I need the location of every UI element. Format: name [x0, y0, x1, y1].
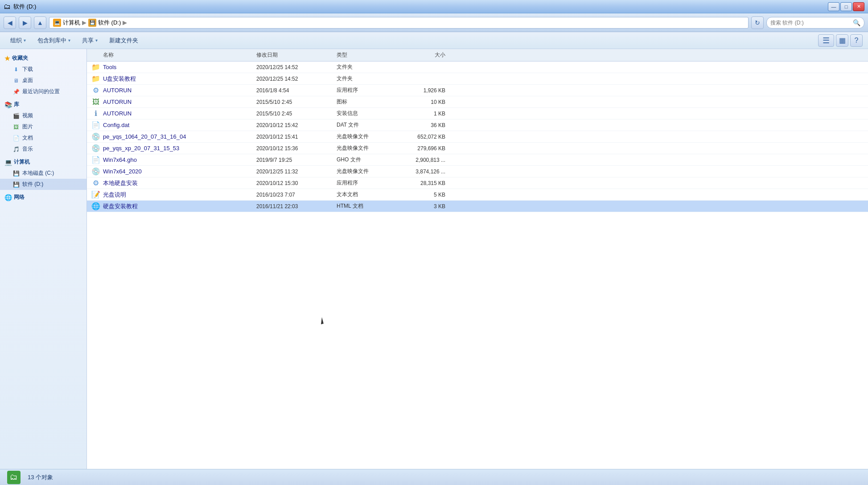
refresh-button[interactable]: ↻: [751, 16, 764, 29]
image-icon: 🖼: [12, 123, 20, 131]
file-name-text: Tools: [103, 64, 116, 70]
search-box[interactable]: 🔍: [766, 17, 864, 29]
file-type-cell: 应用程序: [337, 86, 395, 94]
share-button[interactable]: 共享 ▾: [77, 34, 103, 47]
title-bar-buttons: — □ ✕: [828, 2, 864, 11]
title-bar: 🗂 软件 (D:) — □ ✕: [0, 0, 868, 13]
file-name-text: 硬盘安装教程: [103, 202, 138, 210]
address-path[interactable]: 💻 计算机 ▶ 💾 软件 (D:) ▶: [49, 17, 749, 29]
favorites-star-icon: ★: [4, 55, 10, 62]
file-type-icon: 💿: [91, 132, 100, 141]
file-date-cell: 2016/11/21 22:03: [256, 203, 337, 210]
table-row[interactable]: ℹ AUTORUN 2015/5/10 2:45 安装信息 1 KB: [87, 108, 868, 119]
file-name-text: 光盘说明: [103, 191, 126, 199]
search-icon[interactable]: 🔍: [853, 19, 860, 26]
minimize-button[interactable]: —: [828, 2, 839, 11]
file-type-cell: DAT 文件: [337, 121, 395, 129]
path-drive: 软件 (D:): [98, 19, 121, 27]
sidebar-header-network[interactable]: 🌐 网络: [0, 192, 86, 203]
header-date[interactable]: 修改日期: [256, 51, 337, 59]
file-date-cell: 2020/12/25 14:52: [256, 76, 337, 82]
file-name-cell: 📁 U盘安装教程: [87, 74, 256, 83]
file-name-cell: 🖼 AUTORUN: [87, 98, 256, 107]
sidebar: ★ 收藏夹 ⬇ 下载 🖥 桌面 📌 最近访问的位置 📚 库 �: [0, 49, 87, 469]
table-row[interactable]: 📝 光盘说明 2016/10/23 7:07 文本文档 5 KB: [87, 189, 868, 201]
hdd-d-icon: 💾: [12, 181, 20, 188]
hdd-c-icon: 💾: [12, 170, 20, 177]
table-row[interactable]: 📄 Win7x64.gho 2019/9/7 19:25 GHO 文件 2,90…: [87, 154, 868, 166]
file-list-header: 名称 修改日期 类型 大小: [87, 49, 868, 62]
sidebar-item-local-d[interactable]: 💾 软件 (D:): [0, 179, 86, 190]
sidebar-item-local-c[interactable]: 💾 本地磁盘 (C:): [0, 168, 86, 179]
back-button[interactable]: ◀: [4, 16, 16, 29]
file-date-cell: 2015/5/10 2:45: [256, 111, 337, 117]
view-options-button[interactable]: ☰: [818, 34, 834, 47]
sidebar-item-music[interactable]: 🎵 音乐: [0, 144, 86, 155]
header-name[interactable]: 名称: [87, 51, 256, 59]
file-type-icon: 📄: [91, 156, 100, 164]
file-name-text: pe_yqs_xp_20_07_31_15_53: [103, 145, 179, 152]
video-icon: 🎬: [12, 112, 20, 119]
sidebar-section-library: 📚 库 🎬 视频 🖼 图片 📄 文档 🎵 音乐: [0, 99, 86, 155]
file-size-cell: 279,696 KB: [395, 145, 453, 152]
file-type-cell: GHO 文件: [337, 156, 395, 164]
sidebar-item-video[interactable]: 🎬 视频: [0, 110, 86, 121]
sidebar-item-doc[interactable]: 📄 文档: [0, 132, 86, 144]
sidebar-header-library[interactable]: 📚 库: [0, 99, 86, 110]
sidebar-item-image[interactable]: 🖼 图片: [0, 121, 86, 132]
file-name-text: AUTORUN: [103, 87, 132, 94]
file-name-cell: 💿 pe_yqs_xp_20_07_31_15_53: [87, 144, 256, 153]
sidebar-item-local-d-label: 软件 (D:): [22, 181, 43, 188]
maximize-button[interactable]: □: [840, 2, 852, 11]
table-row[interactable]: 📁 U盘安装教程 2020/12/25 14:52 文件夹: [87, 73, 868, 85]
table-row[interactable]: 💿 pe_yqs_1064_20_07_31_16_04 2020/10/12 …: [87, 131, 868, 143]
sidebar-header-computer[interactable]: 💻 计算机: [0, 156, 86, 168]
new-folder-button[interactable]: 新建文件夹: [104, 34, 143, 47]
sidebar-item-download[interactable]: ⬇ 下载: [0, 64, 86, 75]
organize-button[interactable]: 组织 ▾: [5, 34, 31, 47]
table-row[interactable]: ⚙ AUTORUN 2016/1/8 4:54 应用程序 1,926 KB: [87, 85, 868, 96]
include-chevron: ▾: [68, 38, 70, 43]
file-size-cell: 1 KB: [395, 111, 453, 117]
table-row[interactable]: ⚙ 本地硬盘安装 2020/10/12 15:30 应用程序 28,315 KB: [87, 177, 868, 189]
table-row[interactable]: 🖼 AUTORUN 2015/5/10 2:45 图标 10 KB: [87, 96, 868, 108]
forward-button[interactable]: ▶: [19, 16, 31, 29]
table-row[interactable]: 💿 pe_yqs_xp_20_07_31_15_53 2020/10/12 15…: [87, 143, 868, 154]
header-type[interactable]: 类型: [337, 51, 395, 59]
file-type-icon: ℹ: [91, 109, 100, 118]
up-button[interactable]: ▲: [34, 16, 46, 29]
network-label: 网络: [14, 193, 25, 201]
search-input[interactable]: [770, 20, 850, 26]
table-row[interactable]: 📁 Tools 2020/12/25 14:52 文件夹: [87, 62, 868, 73]
file-date-cell: 2020/10/12 15:41: [256, 134, 337, 140]
file-name-text: U盘安装教程: [103, 75, 136, 83]
toolbar: 组织 ▾ 包含到库中 ▾ 共享 ▾ 新建文件夹 ☰ ▦ ?: [0, 32, 868, 49]
preview-button[interactable]: ▦: [836, 34, 848, 47]
file-name-text: AUTORUN: [103, 99, 132, 105]
sidebar-item-recent[interactable]: 📌 最近访问的位置: [0, 86, 86, 97]
header-size[interactable]: 大小: [395, 51, 453, 59]
share-label: 共享: [82, 37, 94, 45]
sidebar-item-desktop-label: 桌面: [22, 77, 33, 84]
sidebar-item-desktop[interactable]: 🖥 桌面: [0, 75, 86, 86]
table-row[interactable]: 🌐 硬盘安装教程 2016/11/21 22:03 HTML 文档 3 KB: [87, 201, 868, 212]
help-button[interactable]: ?: [850, 34, 863, 47]
table-row[interactable]: 💿 Win7x64_2020 2020/12/25 11:32 光盘映像文件 3…: [87, 166, 868, 177]
sidebar-header-favorites[interactable]: ★ 收藏夹: [0, 53, 86, 64]
file-date-cell: 2020/10/12 15:42: [256, 122, 337, 128]
sidebar-item-local-c-label: 本地磁盘 (C:): [22, 169, 54, 177]
file-type-icon: 📄: [91, 121, 100, 130]
file-name-cell: 📁 Tools: [87, 63, 256, 72]
file-type-icon: 💿: [91, 144, 100, 153]
table-row[interactable]: 📄 Config.dat 2020/10/12 15:42 DAT 文件 36 …: [87, 119, 868, 131]
file-type-icon: 🖼: [91, 98, 100, 107]
file-type-cell: 安装信息: [337, 110, 395, 117]
close-button[interactable]: ✕: [853, 2, 864, 11]
include-library-button[interactable]: 包含到库中 ▾: [33, 34, 75, 47]
sidebar-item-music-label: 音乐: [22, 145, 33, 153]
download-icon: ⬇: [12, 66, 20, 73]
sidebar-section-favorites: ★ 收藏夹 ⬇ 下载 🖥 桌面 📌 最近访问的位置: [0, 53, 86, 97]
file-name-cell: ⚙ 本地硬盘安装: [87, 179, 256, 188]
file-name-text: Win7x64_2020: [103, 168, 142, 175]
status-bar: 🗂 13 个对象: [0, 469, 868, 485]
